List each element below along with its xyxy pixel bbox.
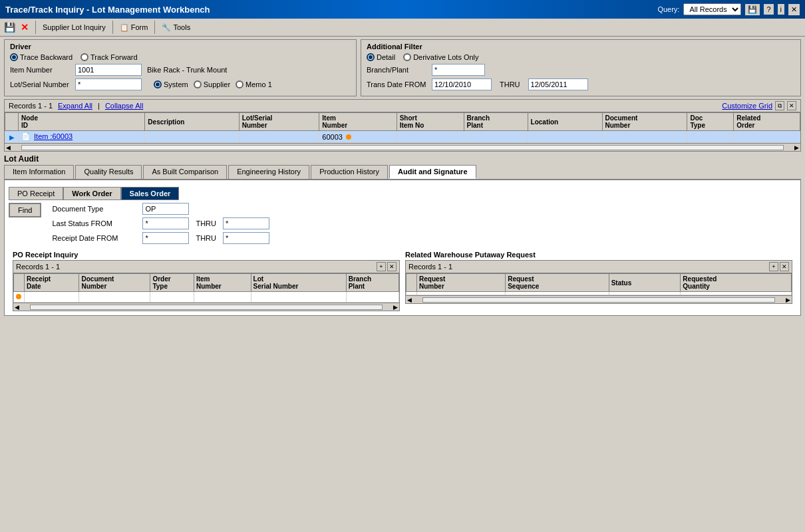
tab-production-history[interactable]: Production History	[311, 165, 388, 179]
po-col-order-type[interactable]: OrderType	[150, 274, 194, 292]
branch-plant-input[interactable]	[432, 64, 485, 76]
po-scrollbar[interactable]: ◀ ▶	[13, 303, 399, 311]
wh-col-status[interactable]: Status	[609, 274, 681, 292]
po-add-icon[interactable]: +	[377, 262, 386, 271]
po-col-receipt-date[interactable]: ReceiptDate	[25, 274, 79, 292]
po-close-icon[interactable]: ✕	[387, 262, 397, 271]
row-expand[interactable]: ▶	[5, 131, 19, 143]
po-col-item-num[interactable]: ItemNumber	[194, 274, 251, 292]
item-number-input[interactable]	[75, 64, 142, 76]
query-select[interactable]: All Records	[683, 3, 741, 15]
derivative-lots-option[interactable]: Derivative Lots Only	[403, 53, 478, 61]
grid-scroll-area[interactable]: NodeID Description Lot/SerialNumber Item…	[5, 112, 800, 143]
po-col-branch-plant[interactable]: BranchPlant	[346, 274, 399, 292]
doc-type-input[interactable]	[142, 203, 189, 215]
sub-tab-work-order[interactable]: Work Order	[63, 187, 120, 200]
supplier-label: Supplier	[204, 80, 230, 88]
supplier-lot-inquiry-btn[interactable]: Supplier Lot Inquiry	[43, 23, 106, 31]
main-grid-scrollbar[interactable]: ◀ ▶	[5, 143, 800, 151]
po-scroll-left[interactable]: ◀	[13, 304, 21, 311]
last-status-from-input[interactable]	[142, 217, 189, 229]
icon-delete-toolbar[interactable]: ✕	[21, 22, 29, 33]
warehouse-scrollbar[interactable]: ◀ ▶	[406, 295, 792, 303]
collapse-all-btn[interactable]: Collapse All	[105, 102, 143, 110]
icon-save-toolbar[interactable]: 💾	[4, 22, 15, 33]
supplier-option[interactable]: Supplier	[194, 80, 230, 88]
wh-table-row	[406, 292, 792, 295]
memo1-radio[interactable]	[236, 80, 243, 88]
wh-col-req-qty[interactable]: RequestedQuantity	[681, 274, 792, 292]
scroll-track[interactable]	[21, 145, 784, 150]
scroll-left-btn[interactable]: ◀	[5, 144, 12, 151]
wh-col-request-seq[interactable]: RequestSequence	[506, 274, 609, 292]
col-location[interactable]: Location	[528, 113, 602, 131]
memo1-option[interactable]: Memo 1	[236, 80, 272, 88]
tab-quality-results[interactable]: Quality Results	[75, 165, 142, 179]
tab-as-built[interactable]: As Built Comparison	[143, 165, 227, 179]
wh-scroll-left[interactable]: ◀	[406, 297, 413, 303]
tab-item-information[interactable]: Item Information	[4, 165, 74, 179]
sub-tab-sales-order[interactable]: Sales Order	[121, 187, 180, 200]
grid-copy-icon[interactable]: ⧉	[775, 101, 784, 110]
derivative-lots-radio[interactable]	[403, 53, 411, 61]
system-option[interactable]: System	[154, 80, 188, 88]
po-col-lot-serial[interactable]: LotSerial Number	[251, 274, 346, 292]
po-scroll-right[interactable]: ▶	[392, 304, 399, 311]
warehouse-add-icon[interactable]: +	[769, 262, 778, 271]
track-forward-option[interactable]: Track Forward	[80, 53, 138, 61]
trans-date-thru-input[interactable]	[528, 78, 588, 90]
wh-col-request-num[interactable]: RequestNumber	[417, 274, 506, 292]
col-branch-plant[interactable]: BranchPlant	[464, 113, 528, 131]
scroll-right-btn[interactable]: ▶	[793, 144, 800, 151]
trace-backward-option[interactable]: Trace Backward	[10, 53, 73, 61]
tab-audit-signature[interactable]: Audit and Signature	[389, 165, 476, 179]
grid-close-icon[interactable]: ✕	[787, 101, 796, 110]
warehouse-close-icon[interactable]: ✕	[780, 262, 789, 271]
last-status-thru-input[interactable]	[223, 217, 269, 229]
po-col-doc-num[interactable]: DocumentNumber	[79, 274, 150, 292]
customize-grid-btn[interactable]: Customize Grid	[722, 102, 772, 110]
detail-radio[interactable]	[367, 53, 375, 61]
wh-row-select[interactable]	[406, 292, 417, 295]
icon-info[interactable]: i	[778, 4, 784, 15]
col-related-order[interactable]: RelatedOrder	[734, 113, 800, 131]
tab-engineering-history[interactable]: Engineering History	[228, 165, 309, 179]
wh-scroll-right[interactable]: ▶	[784, 297, 792, 303]
col-description[interactable]: Description	[145, 113, 239, 131]
tools-btn[interactable]: 🔧 Tools	[162, 23, 190, 32]
row-node-id[interactable]: 📄 Item :60003	[19, 131, 145, 143]
lot-serial-input[interactable]	[75, 78, 142, 90]
filter-title: Additional Filter	[367, 43, 795, 51]
col-node-id[interactable]: NodeID	[19, 113, 145, 131]
po-row-select[interactable]	[14, 292, 25, 303]
node-id-link[interactable]: Item :60003	[34, 132, 73, 140]
track-forward-radio[interactable]	[80, 53, 88, 61]
col-lot-serial[interactable]: Lot/SerialNumber	[239, 113, 319, 131]
expand-all-btn[interactable]: Expand All	[58, 102, 92, 110]
form-btn[interactable]: 📋 Form	[120, 23, 148, 32]
table-row[interactable]: ▶ 📄 Item :60003 60003	[5, 131, 800, 143]
icon-help[interactable]: ?	[764, 4, 773, 15]
main-toolbar: 💾 ✕ Supplier Lot Inquiry 📋 Form 🔧 Tools	[0, 19, 805, 37]
receipt-date-from-input[interactable]	[142, 232, 189, 244]
lot-serial-label: Lot/Serial Number	[10, 80, 70, 88]
wh-scroll-track[interactable]	[422, 297, 775, 303]
detail-option[interactable]: Detail	[367, 53, 395, 61]
col-doc-number[interactable]: DocumentNumber	[602, 113, 687, 131]
trans-date-from-input[interactable]	[432, 78, 492, 90]
lot-audit-title: Lot Audit	[4, 154, 801, 164]
col-short-item[interactable]: ShortItem No	[397, 113, 464, 131]
supplier-radio[interactable]	[194, 80, 202, 88]
po-scroll-track[interactable]	[30, 305, 383, 310]
receipt-date-thru-input[interactable]	[223, 232, 269, 244]
col-item-number[interactable]: ItemNumber	[319, 113, 397, 131]
col-doc-type[interactable]: DocType	[687, 113, 734, 131]
icon-close[interactable]: ✕	[788, 4, 800, 15]
expand-icon[interactable]: ▶	[9, 134, 15, 141]
system-radio[interactable]	[154, 80, 162, 88]
sub-tab-po-receipt[interactable]: PO Receipt	[9, 187, 63, 200]
icon-save[interactable]: 💾	[745, 4, 760, 15]
lot-audit-tabs: Item Information Quality Results As Buil…	[4, 165, 801, 180]
trace-backward-radio[interactable]	[10, 53, 18, 61]
find-button[interactable]: Find	[9, 203, 41, 217]
